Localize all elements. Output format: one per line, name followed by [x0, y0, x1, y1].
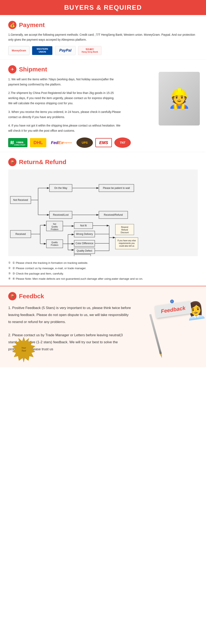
western-union-logo: WESTERNUNION: [32, 46, 53, 55]
return-note-3: ③ ③ Check the package and Item, carefull…: [8, 271, 198, 276]
svg-text:Not Received: Not Received: [13, 198, 28, 202]
dhl-logo: DHL: [30, 138, 46, 147]
return-note-2: ② ② Please contact us by meesage, e-mail…: [8, 266, 198, 271]
return-note-4: ④ ④ Please Note: Men made defects are no…: [8, 276, 198, 282]
return-note-1: ① ① Please check the tracking in formati…: [8, 260, 198, 266]
shipment-point-1: 1. We will sent the items within 7days (…: [8, 77, 124, 87]
svg-text:On the Way: On the Way: [54, 186, 67, 190]
payment-logos: MoneyGram WESTERNUNION PayPal 恒生銀行Hang S…: [8, 46, 198, 55]
svg-text:could also tell us: could also tell us: [119, 245, 134, 247]
gold-badge: Your Text: [10, 336, 37, 363]
return-heading: Return& Refund: [19, 158, 66, 166]
feedback-sign: Feedback: [160, 305, 186, 314]
moneygram-logo: MoneyGram: [8, 46, 29, 55]
shipment-point-2: 2.The shipment by China Post Registered …: [8, 90, 124, 106]
shipment-point-3: 3. When you receive the items you ordere…: [8, 110, 124, 120]
return-section: 📦 Return& Refund .fc-box { fill: #f0f0f0…: [0, 152, 206, 286]
svg-text:Not: Not: [53, 223, 56, 225]
svg-rect-48: [74, 254, 91, 256]
return-flowchart: .fc-box { fill: #f0f0f0; stroke: #555; s…: [8, 170, 198, 256]
svg-text:Quality: Quality: [51, 241, 58, 244]
chinapost-logo: 邮中国邮政CHINA POST: [8, 138, 27, 147]
feedback-section: 📦 Feedbck 👩‍💼 Feedback 1. Positive Feedb…: [0, 286, 206, 367]
svg-text:Received/Lost: Received/Lost: [53, 214, 69, 216]
svg-text:Text: Text: [21, 350, 26, 352]
svg-text:Discount: Discount: [121, 232, 129, 234]
page-wrapper: BUYERS & REQUIRED 💰 Payment 1.Generally,…: [0, 0, 206, 367]
return-title-area: 📦 Return& Refund: [8, 158, 198, 166]
svg-text:Your: Your: [21, 347, 26, 349]
svg-text:Received/Refund: Received/Refund: [104, 214, 123, 216]
svg-text:Received: Received: [15, 232, 26, 236]
svg-text:Problem: Problem: [51, 228, 58, 230]
return-icon: 📦: [8, 158, 16, 166]
return-notes: ① ① Please check the tracking in formati…: [8, 260, 198, 282]
tnt-logo: TNT: [114, 138, 131, 148]
feedback-icon: 📦: [8, 292, 16, 300]
payment-section: 💰 Payment 1.Generally, we accept the fol…: [0, 15, 206, 60]
paypal-logo: PayPal: [55, 46, 76, 55]
svg-text:Please be patient to wait: Please be patient to wait: [103, 186, 130, 190]
feedback-heading: Feedbck: [19, 293, 44, 300]
shipping-logos: 邮中国邮政CHINA POST DHL FedEx Express UPS EM…: [8, 138, 198, 148]
feedback-text-1: 1. Positive Feedback (5 Stars) is very i…: [8, 304, 132, 326]
shipment-point-4: 4. If you have not got it within the shi…: [8, 123, 124, 133]
payment-heading: Payment: [19, 22, 45, 28]
svg-text:Color Difference: Color Difference: [76, 242, 94, 245]
svg-text:If you have any else: If you have any else: [118, 240, 136, 242]
shipment-heading: Shipment: [19, 66, 47, 73]
payment-icon: 💰: [8, 21, 16, 29]
ems-logo: EMS: [95, 138, 112, 147]
shipment-icon: ✈: [8, 65, 16, 74]
payment-text: 1.Generally, we accept the following pay…: [8, 32, 198, 42]
svg-rect-33: [46, 240, 63, 248]
svg-text:Quality Defect: Quality Defect: [77, 249, 92, 252]
svg-text:Wrong Delivery: Wrong Delivery: [76, 232, 93, 236]
shipment-section: ✈ Shipment 👷 1. We will sent the items w…: [0, 60, 206, 152]
header-banner: BUYERS & REQUIRED: [0, 0, 206, 15]
fedex-logo: FedEx Express: [49, 138, 74, 147]
svg-text:Problem: Problem: [51, 244, 58, 246]
page-title: BUYERS & REQUIRED: [0, 4, 206, 11]
svg-text:Not fit: Not fit: [80, 224, 87, 227]
svg-text:Refund: Refund: [121, 229, 128, 231]
ups-logo: UPS: [76, 138, 93, 148]
svg-text:Quality: Quality: [51, 226, 58, 228]
feedback-image-area: 👩‍💼 Feedback: [150, 290, 196, 328]
svg-text:requirements you: requirements you: [119, 242, 134, 244]
svg-text:Resend: Resend: [121, 226, 128, 228]
payment-title-area: 💰 Payment: [8, 21, 198, 29]
shipment-content: 1. We will sent the items within 7days (…: [8, 77, 198, 148]
hangseng-logo: 恒生銀行Hang Seng Bank: [78, 46, 101, 55]
